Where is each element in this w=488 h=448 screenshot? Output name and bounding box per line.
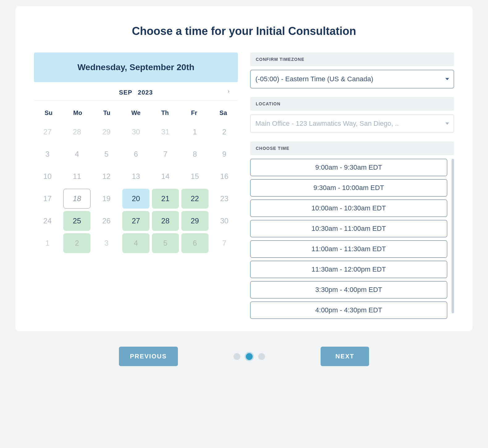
- timeslot-option[interactable]: 9:30am - 10:00am EDT: [250, 179, 447, 197]
- calendar-day[interactable]: 30: [122, 122, 149, 142]
- timeslot-option[interactable]: 10:30am - 11:00am EDT: [250, 220, 447, 237]
- timeslot-option[interactable]: 4:00pm - 4:30pm EDT: [250, 302, 447, 319]
- selected-date-banner: Wednesday, September 20th: [34, 53, 238, 82]
- calendar-day[interactable]: 5: [152, 233, 179, 253]
- calendar-day[interactable]: 6: [181, 233, 208, 253]
- calendar-weekdays: SuMoTuWeThFrSa: [34, 107, 238, 119]
- calendar-day[interactable]: 30: [211, 211, 238, 231]
- step-dot-1[interactable]: [233, 353, 240, 360]
- calendar-day[interactable]: 2: [63, 233, 90, 253]
- previous-button[interactable]: PREVIOUS: [119, 347, 178, 366]
- calendar-days-grid: 2728293031123456789101112131415161718192…: [34, 122, 238, 253]
- calendar-day[interactable]: 2: [211, 122, 238, 142]
- calendar-day[interactable]: 3: [34, 144, 61, 164]
- calendar-day[interactable]: 6: [122, 144, 149, 164]
- timezone-select[interactable]: (-05:00) - Eastern Time (US & Canada): [250, 70, 454, 88]
- calendar-day[interactable]: 15: [181, 167, 208, 186]
- next-button[interactable]: NEXT: [321, 347, 369, 366]
- location-section-label: LOCATION: [250, 97, 454, 111]
- location-select-wrap: Main Office - 123 Lawmatics Way, San Die…: [250, 114, 454, 133]
- scrollbar[interactable]: [452, 159, 454, 313]
- weekday-label: Sa: [209, 107, 238, 119]
- calendar-day[interactable]: 13: [122, 167, 149, 186]
- content: Wednesday, September 20th SEP 2023 › SuM…: [34, 53, 454, 319]
- calendar-day[interactable]: 28: [152, 211, 179, 231]
- calendar-day[interactable]: 24: [34, 211, 61, 231]
- calendar-day[interactable]: 26: [93, 211, 120, 231]
- location-select[interactable]: Main Office - 123 Lawmatics Way, San Die…: [250, 114, 454, 133]
- booking-card: Choose a time for your Initial Consultat…: [15, 6, 473, 331]
- selection-panel: CONFIRM TIMEZONE (-05:00) - Eastern Time…: [250, 53, 454, 319]
- calendar-day[interactable]: 4: [63, 144, 90, 164]
- time-section-label: CHOOSE TIME: [250, 142, 454, 155]
- calendar-day[interactable]: 19: [93, 189, 120, 209]
- calendar-panel: Wednesday, September 20th SEP 2023 › SuM…: [34, 53, 238, 319]
- timeslots-list[interactable]: 9:00am - 9:30am EDT9:30am - 10:00am EDT1…: [250, 159, 452, 319]
- calendar-year-label: 2023: [138, 89, 153, 96]
- calendar-day[interactable]: 20: [122, 189, 149, 209]
- calendar-day[interactable]: 1: [181, 122, 208, 142]
- calendar-day[interactable]: 27: [34, 122, 61, 142]
- weekday-label: Su: [34, 107, 63, 119]
- weekday-label: Th: [150, 107, 179, 119]
- footer-nav: PREVIOUS NEXT: [15, 347, 473, 366]
- timeslot-option[interactable]: 11:30am - 12:00pm EDT: [250, 261, 447, 278]
- calendar-day[interactable]: 27: [122, 211, 149, 231]
- calendar-day[interactable]: 14: [152, 167, 179, 186]
- calendar-day[interactable]: 31: [152, 122, 179, 142]
- calendar-day[interactable]: 18: [63, 189, 90, 209]
- step-dot-3[interactable]: [258, 353, 265, 360]
- calendar-day[interactable]: 29: [181, 211, 208, 231]
- calendar-day[interactable]: 11: [63, 167, 90, 186]
- calendar-day[interactable]: 16: [211, 167, 238, 186]
- weekday-label: Mo: [63, 107, 92, 119]
- calendar-day[interactable]: 3: [93, 233, 120, 253]
- timezone-select-wrap: (-05:00) - Eastern Time (US & Canada): [250, 70, 454, 88]
- weekday-label: Fr: [179, 107, 208, 119]
- page-title: Choose a time for your Initial Consultat…: [34, 25, 454, 38]
- calendar-day[interactable]: 12: [93, 167, 120, 186]
- calendar-day[interactable]: 10: [34, 167, 61, 186]
- timeslot-option[interactable]: 11:00am - 11:30am EDT: [250, 240, 447, 258]
- calendar-day[interactable]: 9: [211, 144, 238, 164]
- timeslot-option[interactable]: 3:30pm - 4:00pm EDT: [250, 281, 447, 298]
- calendar-day[interactable]: 5: [93, 144, 120, 164]
- calendar-day[interactable]: 23: [211, 189, 238, 209]
- calendar-day[interactable]: 28: [63, 122, 90, 142]
- calendar-day[interactable]: 1: [34, 233, 61, 253]
- calendar-day[interactable]: 17: [34, 189, 61, 209]
- timeslot-option[interactable]: 9:00am - 9:30am EDT: [250, 159, 447, 176]
- step-dot-2[interactable]: [246, 353, 253, 360]
- step-indicator: [233, 353, 265, 360]
- calendar-next-icon[interactable]: ›: [225, 88, 232, 95]
- calendar-day[interactable]: 7: [152, 144, 179, 164]
- calendar-day[interactable]: 7: [211, 233, 238, 253]
- timeslots-container: 9:00am - 9:30am EDT9:30am - 10:00am EDT1…: [250, 159, 454, 319]
- weekday-label: Tu: [92, 107, 121, 119]
- calendar-header: SEP 2023 ›: [34, 82, 238, 101]
- calendar-month-label: SEP: [119, 89, 132, 96]
- timezone-section-label: CONFIRM TIMEZONE: [250, 53, 454, 66]
- calendar-day[interactable]: 21: [152, 189, 179, 209]
- weekday-label: We: [121, 107, 150, 119]
- timeslot-option[interactable]: 10:00am - 10:30am EDT: [250, 200, 447, 217]
- calendar-day[interactable]: 4: [122, 233, 149, 253]
- calendar-day[interactable]: 8: [181, 144, 208, 164]
- calendar-day[interactable]: 25: [63, 211, 90, 231]
- calendar-day[interactable]: 29: [93, 122, 120, 142]
- calendar-day[interactable]: 22: [181, 189, 208, 209]
